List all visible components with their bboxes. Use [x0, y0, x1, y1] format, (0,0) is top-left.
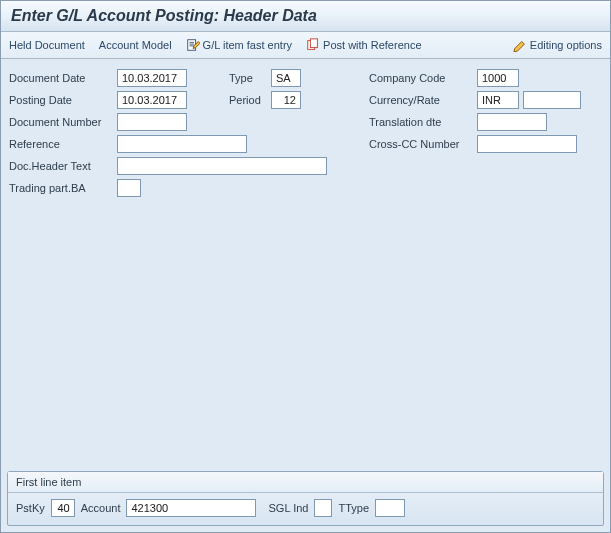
company-code-field[interactable]: [477, 69, 519, 87]
document-number-field[interactable]: [117, 113, 187, 131]
first-line-item-panel: First line item PstKy Account SGL Ind TT…: [7, 471, 604, 526]
currency-field[interactable]: [477, 91, 519, 109]
company-code-label: Company Code: [369, 72, 477, 84]
toolbar: Held Document Account Model G/L item fas…: [1, 32, 610, 59]
period-label: Period: [229, 94, 271, 106]
type-field[interactable]: [271, 69, 301, 87]
currency-rate-label: Currency/Rate: [369, 94, 477, 106]
translation-dte-label: Translation dte: [369, 116, 477, 128]
post-with-reference-button[interactable]: Post with Reference: [306, 38, 421, 52]
document-number-label: Document Number: [9, 116, 117, 128]
document-edit-icon: [186, 38, 200, 52]
account-field[interactable]: [126, 499, 256, 517]
cross-cc-number-label: Cross-CC Number: [369, 138, 477, 150]
translation-dte-field[interactable]: [477, 113, 547, 131]
editing-options-button[interactable]: Editing options: [513, 38, 602, 52]
reference-field[interactable]: [117, 135, 247, 153]
first-line-item-title: First line item: [8, 472, 603, 493]
editing-options-label: Editing options: [530, 39, 602, 51]
pencil-icon: [513, 38, 527, 52]
account-model-label: Account Model: [99, 39, 172, 51]
post-with-reference-label: Post with Reference: [323, 39, 421, 51]
ttype-field[interactable]: [375, 499, 405, 517]
page-title: Enter G/L Account Posting: Header Data: [1, 1, 610, 32]
document-date-field[interactable]: [117, 69, 187, 87]
account-model-button[interactable]: Account Model: [99, 39, 172, 51]
held-document-label: Held Document: [9, 39, 85, 51]
account-label: Account: [81, 502, 121, 514]
copy-document-icon: [306, 38, 320, 52]
gl-fast-entry-label: G/L item fast entry: [203, 39, 292, 51]
cross-cc-number-field[interactable]: [477, 135, 577, 153]
pstky-label: PstKy: [16, 502, 45, 514]
document-date-label: Document Date: [9, 72, 117, 84]
held-document-button[interactable]: Held Document: [9, 39, 85, 51]
reference-label: Reference: [9, 138, 117, 150]
trading-part-ba-label: Trading part.BA: [9, 182, 117, 194]
pstky-field[interactable]: [51, 499, 75, 517]
posting-date-field[interactable]: [117, 91, 187, 109]
posting-date-label: Posting Date: [9, 94, 117, 106]
gl-fast-entry-button[interactable]: G/L item fast entry: [186, 38, 292, 52]
doc-header-text-label: Doc.Header Text: [9, 160, 117, 172]
type-label: Type: [229, 72, 271, 84]
doc-header-text-field[interactable]: [117, 157, 327, 175]
sgl-ind-label: SGL Ind: [268, 502, 308, 514]
svg-rect-2: [310, 39, 317, 48]
rate-field[interactable]: [523, 91, 581, 109]
header-form: Document Date Type Company Code Posting …: [1, 59, 610, 197]
period-field[interactable]: [271, 91, 301, 109]
sgl-ind-field[interactable]: [314, 499, 332, 517]
trading-part-ba-field[interactable]: [117, 179, 141, 197]
ttype-label: TType: [338, 502, 369, 514]
